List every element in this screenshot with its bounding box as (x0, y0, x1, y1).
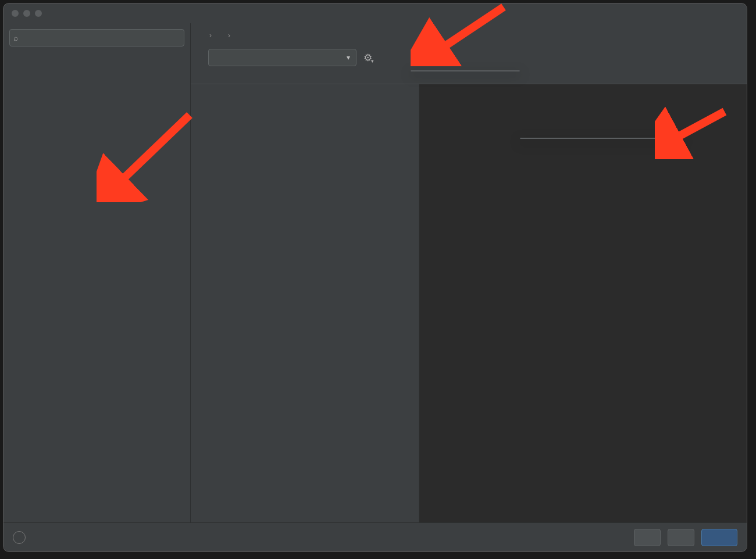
chevron-down-icon: ▾ (347, 53, 350, 62)
zoom-icon[interactable] (35, 10, 42, 17)
search-icon: ⌕ (13, 33, 18, 42)
search-input[interactable]: ⌕ (9, 29, 184, 46)
gear-icon[interactable]: ⚙▾ (363, 52, 375, 64)
titlebar (3, 3, 747, 23)
import-scheme-submenu[interactable] (520, 138, 683, 139)
cancel-button[interactable] (634, 529, 661, 546)
apply-button[interactable] (668, 529, 694, 546)
settings-tree[interactable] (3, 50, 190, 522)
scheme-select[interactable]: ▾ (208, 49, 356, 66)
chevron-right-icon: › (209, 31, 212, 40)
breadcrumb: › › (191, 23, 747, 43)
ok-button[interactable] (701, 529, 737, 546)
close-icon[interactable] (12, 10, 19, 17)
code-preview (419, 84, 747, 522)
chevron-right-icon: › (228, 31, 230, 40)
scheme-menu[interactable] (411, 70, 520, 71)
minimize-icon[interactable] (23, 10, 30, 17)
tabs (191, 72, 747, 84)
options-panel (191, 84, 419, 522)
help-button[interactable] (13, 531, 26, 544)
